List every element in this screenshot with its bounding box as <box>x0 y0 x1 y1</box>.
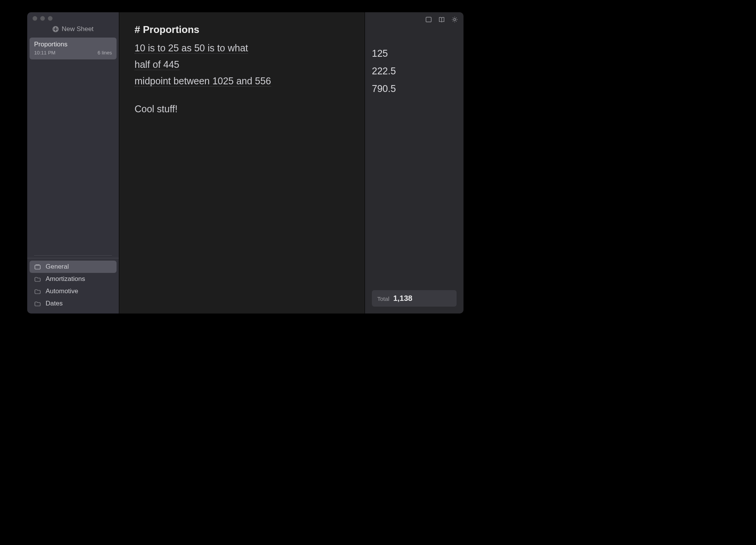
folder-icon <box>34 289 41 294</box>
sheets-list: Proportions 10:11 PM 6 lines <box>27 38 119 255</box>
result-value[interactable]: 222.5 <box>372 62 463 80</box>
stack-icon <box>34 264 41 269</box>
results-list: 125 222.5 790.5 <box>365 25 463 97</box>
editor-line: midpoint between 1025 and 556 <box>135 76 354 87</box>
editor-line-text: half of 445 <box>135 59 179 70</box>
svg-rect-0 <box>35 265 40 269</box>
folder-general[interactable]: General <box>30 261 117 273</box>
new-sheet-button[interactable]: New Sheet <box>27 23 119 38</box>
results-pane: 125 222.5 790.5 Total 1,138 <box>365 12 463 314</box>
total-pill[interactable]: Total 1,138 <box>372 290 457 307</box>
sidebar-divider <box>34 255 112 256</box>
plus-icon <box>53 26 59 32</box>
sheet-item-proportions[interactable]: Proportions 10:11 PM 6 lines <box>30 38 117 59</box>
folder-amortizations[interactable]: Amortizations <box>30 273 117 285</box>
result-value[interactable]: 790.5 <box>372 80 463 97</box>
gear-icon[interactable] <box>451 16 458 23</box>
zoom-window-button[interactable] <box>48 16 53 21</box>
folder-label: Amortizations <box>46 275 85 283</box>
sheet-linecount: 6 lines <box>97 50 112 56</box>
editor-line-text: midpoint between 1025 and 556 <box>135 76 271 87</box>
sheet-meta: 10:11 PM 6 lines <box>34 50 112 56</box>
folder-automotive[interactable]: Automotive <box>30 285 117 297</box>
editor-comment: Cool stuff! <box>135 103 354 115</box>
editor-heading: # Proportions <box>135 24 354 36</box>
new-sheet-label: New Sheet <box>62 25 94 33</box>
close-window-button[interactable] <box>33 16 37 21</box>
layout-icon[interactable] <box>425 16 432 23</box>
folder-icon <box>34 276 41 282</box>
sheet-time: 10:11 PM <box>34 50 56 56</box>
svg-rect-1 <box>36 264 40 265</box>
editor-line-text: 10 is to 25 as 50 is to what <box>135 43 248 54</box>
editor-line: half of 445 <box>135 59 354 70</box>
folder-label: General <box>46 263 69 271</box>
folder-icon <box>34 301 41 306</box>
folder-label: Dates <box>46 300 62 307</box>
total-label: Total <box>377 295 390 302</box>
svg-point-4 <box>454 18 455 20</box>
app-window: New Sheet Proportions 10:11 PM 6 lines <box>27 12 463 314</box>
svg-rect-2 <box>426 17 431 22</box>
window-controls <box>27 12 119 23</box>
editor-pane[interactable]: # Proportions 10 is to 25 as 50 is to wh… <box>119 12 365 314</box>
folder-label: Automotive <box>46 287 78 295</box>
book-icon[interactable] <box>438 16 445 23</box>
sheet-title: Proportions <box>34 41 112 48</box>
sidebar: New Sheet Proportions 10:11 PM 6 lines <box>27 12 119 314</box>
minimize-window-button[interactable] <box>40 16 45 21</box>
results-toolbar <box>365 12 463 25</box>
folder-dates[interactable]: Dates <box>30 297 117 310</box>
folders-list: General Amortizations Automotive <box>27 258 119 314</box>
result-value[interactable]: 125 <box>372 44 463 62</box>
editor-line: 10 is to 25 as 50 is to what <box>135 43 354 54</box>
total-value: 1,138 <box>393 294 413 303</box>
